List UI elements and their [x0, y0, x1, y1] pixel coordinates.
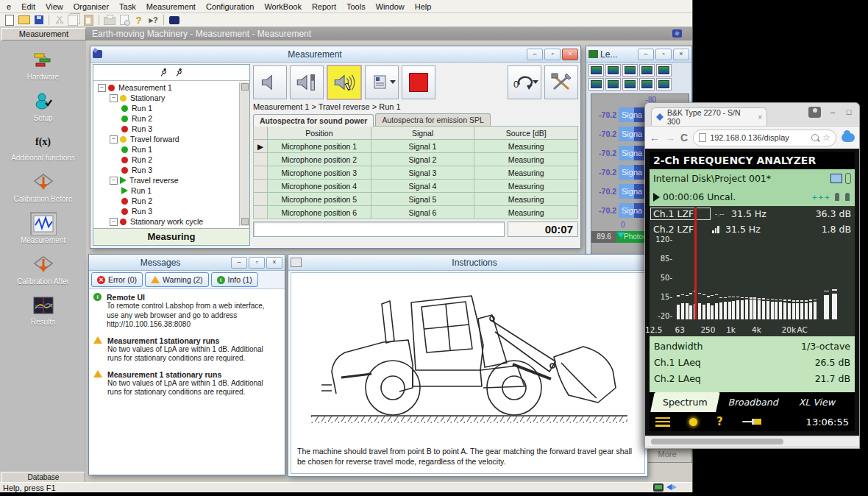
open-icon[interactable] [18, 14, 30, 26]
tree-item-run-2[interactable]: Run 2 [93, 155, 249, 165]
tab-close-icon[interactable]: × [758, 113, 762, 121]
level-tool-icon[interactable] [639, 64, 655, 77]
view-tab-broadband[interactable]: Broadband [718, 392, 789, 412]
menu-item-view[interactable]: View [40, 1, 68, 12]
cut-icon[interactable] [53, 14, 65, 26]
messages-tab-warning[interactable]: Warning (2) [145, 272, 208, 287]
menu-item-tools[interactable]: Tools [341, 1, 371, 12]
row-selector[interactable]: ▶ [254, 140, 268, 153]
menu-icon[interactable] [655, 417, 670, 427]
sidebar-header-tab[interactable]: Measurement [1, 28, 86, 40]
browser-tab[interactable]: B&K Type 2270 - S/N 300 × [651, 107, 767, 126]
level-tool-icon[interactable] [622, 64, 638, 77]
profile-avatar[interactable] [808, 107, 821, 118]
tree-item-run-1[interactable]: Run 1 [93, 103, 249, 113]
column-header-source-db[interactable]: Source [dB] [474, 127, 578, 140]
revert-button[interactable]: 0 [508, 65, 541, 99]
forward-icon[interactable]: → [665, 132, 675, 143]
tab-autospectra-for-emission-spl[interactable]: Autospectra for emission SPL [375, 113, 490, 126]
paste-icon[interactable] [82, 14, 95, 26]
new-document-icon[interactable] [3, 14, 15, 26]
channel2-row[interactable]: Ch.2 LZF 31.5 Hz 1.8 dB [650, 222, 855, 237]
tree-item-run-1[interactable]: Run 1 [93, 185, 249, 196]
tree-item-run-2[interactable]: Run 2 [93, 196, 249, 206]
table-row[interactable]: Microphone position 6Signal 6Measuring [254, 206, 578, 219]
tree-item-run-3[interactable]: Run 3 [93, 124, 249, 134]
help-icon[interactable]: ? [132, 14, 145, 26]
menu-item-workbook[interactable]: WorkBook [259, 1, 307, 12]
backlight-icon[interactable] [689, 418, 697, 426]
help-icon[interactable]: ? [716, 415, 723, 428]
expand-toggle[interactable]: − [110, 135, 118, 144]
speaker-active-button[interactable] [327, 65, 362, 100]
channel1-row[interactable]: Ch.1 LZF -.-- 31.5 Hz 36.3 dB [650, 206, 855, 222]
expand-toggle[interactable]: − [98, 84, 106, 92]
level-tool-icon[interactable] [622, 78, 638, 91]
view-tab-xl-view[interactable]: XL View [789, 392, 845, 412]
sidebar-item-results[interactable]: Results [0, 294, 86, 326]
maximize-button[interactable]: ▫ [655, 49, 672, 60]
bookmark-star-icon[interactable]: ☆ [822, 132, 830, 143]
column-header-signal[interactable]: Signal [371, 127, 474, 140]
table-row[interactable]: ▶Microphone position 1Signal 1Measuring [254, 140, 578, 153]
menu-item-window[interactable]: Window [371, 1, 410, 12]
database-button[interactable]: Database [1, 472, 85, 483]
speaker-button[interactable] [253, 65, 287, 99]
minimize-button[interactable]: – [638, 49, 654, 60]
tree-item-run-1[interactable]: Run 1 [93, 227, 249, 228]
sidebar-item-additional-functions[interactable]: f(x)Additional functions [0, 131, 86, 162]
menu-item-report[interactable]: Report [307, 1, 341, 12]
expand-toggle[interactable]: − [110, 177, 118, 185]
row-selector[interactable] [254, 180, 268, 193]
dropdown-arrow-icon[interactable] [533, 80, 538, 84]
print-icon[interactable] [103, 14, 115, 26]
cloud-icon[interactable] [842, 133, 855, 142]
context-help-icon[interactable]: ▸? [147, 14, 160, 26]
view-tab-spectrum[interactable]: Spectrum [650, 392, 719, 412]
row-selector[interactable] [254, 153, 268, 166]
row-selector[interactable] [254, 166, 268, 180]
row-selector[interactable] [254, 193, 268, 206]
level-tool-icon[interactable] [656, 64, 672, 77]
report-button[interactable] [365, 65, 399, 99]
table-row[interactable]: Microphone position 2Signal 2Measuring [254, 153, 578, 166]
menu-item-e[interactable]: e [1, 1, 16, 12]
tools-button[interactable] [544, 65, 578, 99]
menu-item-task[interactable]: Task [114, 1, 141, 12]
sidebar-item-setup[interactable]: Setup [0, 90, 86, 122]
tree-item-stationary-work-cycle[interactable]: −Stationary work cycle [93, 216, 249, 227]
minimize-button[interactable]: – [231, 257, 247, 269]
stop-button[interactable] [402, 65, 435, 99]
tree-item-run-3[interactable]: Run 3 [93, 165, 249, 175]
level-tool-icon[interactable] [588, 78, 604, 91]
menu-item-edit[interactable]: Edit [16, 1, 40, 12]
sidebar-item-measurement[interactable]: Measurement [0, 212, 86, 244]
search-icon[interactable] [811, 134, 819, 141]
messages-tab-error[interactable]: ✕Error (0) [91, 272, 143, 287]
reload-icon[interactable]: C [680, 132, 688, 143]
pulse-icon[interactable] [168, 14, 180, 26]
menu-item-measurement[interactable]: Measurement [141, 1, 201, 12]
column-header-position[interactable]: Position [268, 127, 371, 140]
browser-hscrollbar[interactable] [645, 437, 859, 446]
messages-tab-info[interactable]: iInfo (1) [211, 272, 258, 287]
tree-item-stationary[interactable]: −Stationary [93, 93, 249, 103]
speaker-level-button[interactable] [290, 65, 324, 99]
tree-item-run-3[interactable]: Run 3 [93, 206, 249, 216]
address-bar[interactable]: 192.168.0.136/display ☆ [693, 130, 836, 146]
maximize-button[interactable]: ▫ [249, 257, 265, 269]
maximize-button[interactable]: ▫ [544, 49, 561, 60]
level-tool-icon[interactable] [639, 78, 655, 91]
tree-item-measurement-1[interactable]: −Measurement 1 [93, 82, 249, 93]
sidebar-item-calibration-before[interactable]: Calibration Before [0, 171, 86, 203]
close-button[interactable]: × [266, 257, 282, 269]
table-row[interactable]: Microphone position 5Signal 5Measuring [254, 193, 578, 206]
tree-item-run-2[interactable]: Run 2 [93, 113, 249, 124]
level-tool-icon[interactable] [605, 64, 621, 77]
tree-item-travel-forward[interactable]: −Travel forward [93, 134, 249, 144]
window-maximize-icon[interactable]: □ [844, 108, 853, 116]
dropdown-arrow-icon[interactable] [390, 80, 396, 84]
save-icon[interactable] [32, 14, 45, 26]
tree-item-travel-reverse[interactable]: −Travel reverse [93, 175, 249, 185]
row-selector[interactable] [254, 206, 268, 219]
